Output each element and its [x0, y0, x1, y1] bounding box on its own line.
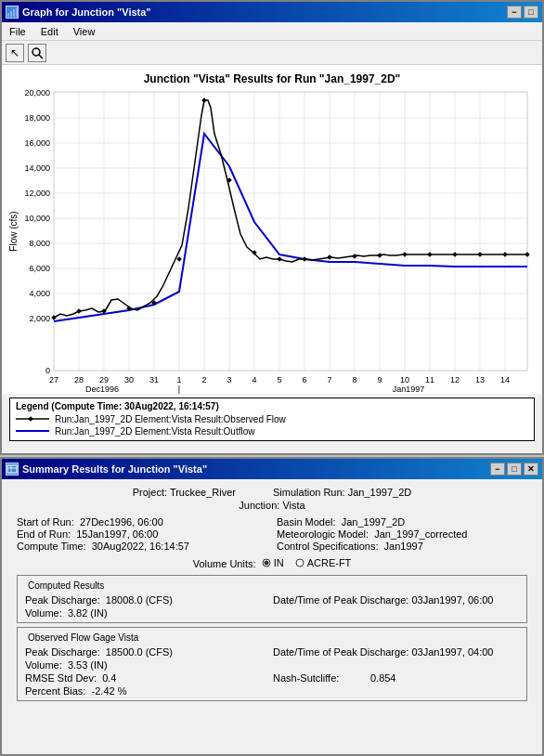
- svg-text:11: 11: [425, 375, 434, 385]
- junction-label: Junction:: [239, 500, 279, 511]
- svg-text:Dec1996: Dec1996: [85, 385, 119, 394]
- summary-header-row1: Project: Truckee_River Simulation Run: J…: [17, 487, 527, 498]
- obs-volume-value: 3.53 (IN): [68, 659, 108, 671]
- summary-maximize-button[interactable]: □: [507, 463, 522, 476]
- control-specs-label: Control Specifications:: [277, 541, 378, 552]
- date-time-peak-value: 03Jan1997, 06:00: [411, 594, 493, 606]
- volume-in-label: IN: [274, 557, 284, 568]
- summary-header: Project: Truckee_River Simulation Run: J…: [17, 487, 527, 511]
- start-run-value: 27Dec1996, 06:00: [80, 516, 163, 528]
- maximize-button[interactable]: □: [524, 6, 538, 19]
- svg-text:20,000: 20,000: [24, 88, 50, 98]
- rmse-row: RMSE Std Dev: 0.4: [25, 672, 271, 684]
- project-field: Project: Truckee_River: [133, 487, 236, 498]
- computed-results-grid: Peak Discharge: 18008.0 (CFS) Date/Time …: [25, 594, 519, 619]
- compute-time-value: 30Aug2022, 16:14:57: [92, 541, 189, 552]
- date-time-peak-label: Date/Time of Peak Discharge:: [273, 594, 408, 606]
- radio-in[interactable]: IN: [262, 557, 284, 568]
- svg-text:Jan1997: Jan1997: [393, 385, 425, 394]
- bias-value: -2.42 %: [92, 685, 127, 697]
- minimize-button[interactable]: −: [507, 6, 522, 19]
- svg-text:Flow (cfs): Flow (cfs): [9, 211, 19, 251]
- svg-rect-2: [13, 9, 15, 17]
- obs-date-peak-row: Date/Time of Peak Discharge: 03Jan1997, …: [273, 646, 519, 658]
- graph-title-bar: Graph for Junction "Vista" − □: [2, 2, 542, 22]
- volume-radio-group: IN ACRE-FT: [262, 557, 352, 568]
- graph-window: Graph for Junction "Vista" − □ File Edit…: [0, 0, 544, 455]
- svg-text:31: 31: [149, 375, 159, 385]
- svg-text:4: 4: [252, 375, 256, 385]
- volume-label: Volume:: [25, 607, 62, 619]
- svg-text:3: 3: [227, 375, 231, 385]
- volume-row: Volume: 3.82 (IN): [25, 607, 271, 619]
- info-grid: Start of Run: 27Dec1996, 06:00 Basin Mod…: [17, 516, 527, 552]
- summary-close-button[interactable]: ✕: [524, 463, 538, 476]
- summary-window: Summary Results for Junction "Vista" − □…: [0, 457, 544, 756]
- svg-text:12: 12: [450, 375, 460, 385]
- svg-text:13: 13: [475, 375, 485, 385]
- control-specs-row: Control Specifications: Jan1997: [277, 541, 527, 552]
- project-value: Truckee_River: [170, 487, 236, 498]
- svg-rect-3: [16, 7, 18, 17]
- observed-results-grid: Peak Discharge: 18500.0 (CFS) Date/Time …: [25, 646, 519, 697]
- chart-title: Junction "Vista" Results for Run "Jan_19…: [9, 69, 535, 87]
- volume-value: 3.82 (IN): [68, 607, 108, 619]
- basin-model-value: Jan_1997_2D: [342, 516, 406, 528]
- legend-box: Legend (Compute Time: 30Aug2022, 16:14:5…: [9, 398, 535, 441]
- summary-window-title: Summary Results for Junction "Vista": [22, 463, 207, 475]
- summary-title-bar-left: Summary Results for Junction "Vista": [6, 463, 207, 476]
- obs-volume-row: Volume: 3.53 (IN): [25, 659, 271, 671]
- legend-item-outflow: Run:Jan_1997_2D Element:Vista Result:Out…: [16, 425, 528, 437]
- view-menu[interactable]: View: [66, 24, 103, 39]
- basin-model-row: Basin Model: Jan_1997_2D: [277, 516, 527, 528]
- computed-results-title: Computed Results: [25, 580, 107, 591]
- summary-minimize-button[interactable]: −: [490, 463, 505, 476]
- svg-text:6: 6: [302, 375, 306, 385]
- menu-bar: File Edit View: [2, 22, 542, 41]
- met-model-row: Meteorologic Model: Jan_1997_corrected: [277, 528, 527, 540]
- volume-acre-ft-label: ACRE-FT: [307, 557, 352, 568]
- volume-units-row: Volume Units: IN ACRE-FT: [17, 557, 527, 569]
- svg-point-99: [264, 561, 268, 566]
- control-specs-value: Jan1997: [384, 541, 423, 552]
- observed-flow-title: Observed Flow Gage Vista: [25, 632, 141, 643]
- sim-run-label: Simulation Run:: [273, 487, 345, 498]
- placeholder-row: [273, 659, 519, 671]
- edit-menu[interactable]: Edit: [33, 24, 66, 39]
- sim-run-field: Simulation Run: Jan_1997_2D: [273, 487, 411, 498]
- file-menu[interactable]: File: [2, 24, 33, 39]
- summary-title-buttons: − □ ✕: [490, 463, 538, 476]
- project-label: Project:: [133, 487, 167, 498]
- start-run-label: Start of Run:: [17, 516, 74, 528]
- svg-text:14,000: 14,000: [24, 163, 50, 173]
- svg-text:30: 30: [124, 375, 134, 385]
- svg-text:12,000: 12,000: [24, 189, 50, 198]
- cursor-tool[interactable]: ↖: [6, 44, 24, 62]
- svg-rect-1: [10, 11, 12, 17]
- graph-window-title: Graph for Junction "Vista": [22, 7, 151, 18]
- svg-text:8,000: 8,000: [29, 239, 50, 248]
- svg-text:2: 2: [201, 375, 206, 385]
- svg-text:27: 27: [49, 375, 58, 385]
- svg-text:14: 14: [500, 375, 510, 385]
- bias-row: Percent Bias: -2.42 %: [25, 685, 271, 697]
- end-run-row: End of Run: 15Jan1997, 06:00: [17, 528, 267, 540]
- title-bar-buttons: − □: [507, 6, 538, 19]
- title-bar-left: Graph for Junction "Vista": [6, 6, 151, 19]
- toolbar: ↖: [2, 41, 542, 65]
- obs-date-peak-value: 03Jan1997, 04:00: [411, 646, 493, 658]
- compute-time-label: Compute Time:: [17, 541, 86, 552]
- end-run-label: End of Run:: [17, 528, 71, 540]
- svg-text:6,000: 6,000: [29, 264, 50, 273]
- sim-run-value: Jan_1997_2D: [348, 487, 412, 498]
- obs-peak-row: Peak Discharge: 18500.0 (CFS): [25, 646, 271, 658]
- obs-peak-label: Peak Discharge:: [25, 646, 100, 658]
- legend-text-observed: Run:Jan_1997_2D Element:Vista Result:Obs…: [55, 414, 286, 424]
- zoom-tool[interactable]: [28, 44, 46, 62]
- radio-acre-ft[interactable]: ACRE-FT: [295, 557, 352, 568]
- obs-date-peak-label: Date/Time of Peak Discharge:: [273, 646, 408, 658]
- compute-time-row: Compute Time: 30Aug2022, 16:14:57: [17, 541, 267, 552]
- computed-results-section: Computed Results Peak Discharge: 18008.0…: [17, 575, 527, 623]
- nash-label: Nash-Sutcliffe:: [273, 672, 339, 684]
- start-run-row: Start of Run: 27Dec1996, 06:00: [17, 516, 267, 528]
